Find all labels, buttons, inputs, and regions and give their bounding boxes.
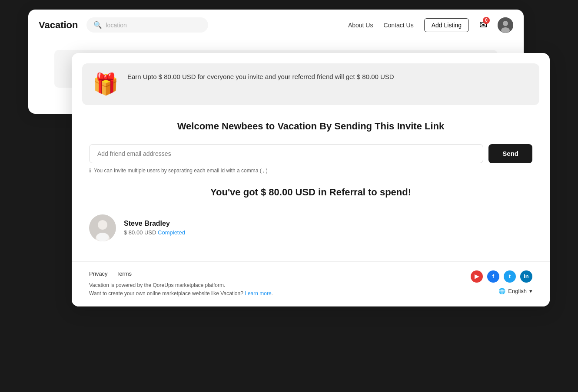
hint-text: You can invite multiple users by separat… <box>94 168 268 174</box>
footer-desc-line2: Want to create your own online marketpla… <box>89 290 243 296</box>
user-status: $ 80.00 USD Completed <box>124 229 185 236</box>
invite-title: Welcome Newbees to Vacation By Sending T… <box>89 121 532 132</box>
footer-desc-line1: Vacation is powered by the QoreUps marke… <box>89 282 225 288</box>
user-name: Steve Bradley <box>124 220 185 227</box>
svg-point-1 <box>503 21 508 26</box>
language-label: English <box>508 288 527 294</box>
footer: Privacy Terms Vacation is powered by the… <box>72 261 550 306</box>
referral-amount: You've got $ 80.00 USD in Referral to sp… <box>89 187 532 198</box>
social-icons: ▶ f t in <box>471 270 532 283</box>
bg-brand: Vacation <box>39 20 78 31</box>
notification-icon[interactable]: ✉ 0 <box>479 20 487 31</box>
privacy-link[interactable]: Privacy <box>89 270 108 277</box>
user-info: Steve Bradley $ 80.00 USD Completed <box>124 220 185 236</box>
learn-more-link[interactable]: Learn more <box>245 290 271 296</box>
linkedin-icon[interactable]: in <box>520 270 532 283</box>
footer-right: ▶ f t in 🌐 English ▾ <box>471 270 532 294</box>
user-referral-card: Steve Bradley $ 80.00 USD Completed <box>89 210 532 246</box>
globe-icon: 🌐 <box>498 288 505 294</box>
gift-icon-fg: 🎁 <box>93 72 119 96</box>
user-completed: Completed <box>158 229 185 236</box>
search-icon: 🔍 <box>93 21 102 29</box>
chevron-down-icon: ▾ <box>529 288 532 294</box>
avatar[interactable] <box>498 17 513 33</box>
email-input[interactable] <box>89 144 483 163</box>
footer-links: Privacy Terms <box>89 270 273 277</box>
contact-us-link[interactable]: Contact Us <box>383 22 413 29</box>
invite-section: Welcome Newbees to Vacation By Sending T… <box>72 105 550 261</box>
send-button[interactable]: Send <box>488 144 532 163</box>
twitter-icon[interactable]: t <box>504 270 516 283</box>
invite-hint: ℹ You can invite multiple users by separ… <box>89 168 532 174</box>
terms-link[interactable]: Terms <box>116 270 132 277</box>
user-avatar <box>89 214 116 241</box>
add-listing-button[interactable]: Add Listing <box>424 18 469 32</box>
page-container: Vacation 🔍 location About Us Contact Us … <box>28 10 550 383</box>
youtube-icon[interactable]: ▶ <box>471 270 483 283</box>
gift-banner-text: Earn Upto $ 80.00 USD for everyone you i… <box>127 72 394 82</box>
invite-input-row: Send <box>89 144 532 163</box>
bg-search-bar[interactable]: 🔍 location <box>86 17 208 33</box>
bg-header: Vacation 🔍 location About Us Contact Us … <box>28 10 524 41</box>
language-selector[interactable]: 🌐 English ▾ <box>498 288 532 294</box>
bg-nav: About Us Contact Us Add Listing ✉ 0 <box>348 17 513 33</box>
foreground-card: 🎁 Earn Upto $ 80.00 USD for everyone you… <box>72 53 550 306</box>
info-icon: ℹ <box>89 168 91 174</box>
gift-banner: 🎁 Earn Upto $ 80.00 USD for everyone you… <box>82 63 539 105</box>
bg-search-placeholder: location <box>106 22 126 29</box>
about-us-link[interactable]: About Us <box>348 22 373 29</box>
user-amount: $ 80.00 USD <box>124 229 156 236</box>
footer-description: Vacation is powered by the QoreUps marke… <box>89 281 273 298</box>
facebook-icon[interactable]: f <box>487 270 499 283</box>
svg-point-6 <box>96 233 109 241</box>
notification-badge: 0 <box>483 17 490 24</box>
footer-left: Privacy Terms Vacation is powered by the… <box>89 270 273 298</box>
svg-point-4 <box>98 220 107 230</box>
